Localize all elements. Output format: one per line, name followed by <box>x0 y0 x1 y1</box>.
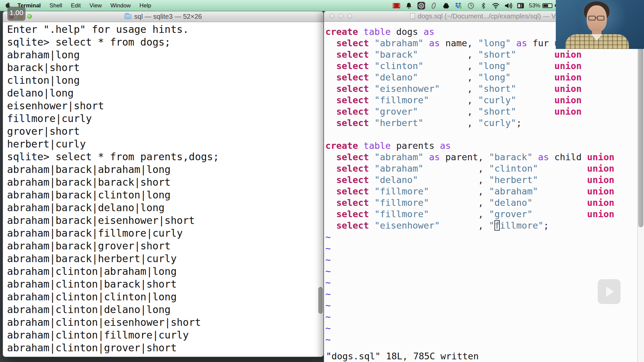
vim-code-line: select "clinton" , "long" union <box>325 60 644 72</box>
terminal-line: abraham|barack|herbert|curly <box>7 252 323 265</box>
menu-item-view[interactable]: View <box>85 0 106 11</box>
vim-tilde-line: ~ <box>325 243 644 254</box>
zoom-button[interactable] <box>347 14 352 18</box>
menu-item-window[interactable]: Window <box>106 0 135 11</box>
terminal-line: abraham|clinton|delano|long <box>7 303 323 316</box>
wifi-icon[interactable] <box>492 2 500 10</box>
vim-status-line: "dogs.sql" 18L, 785C written <box>324 351 479 362</box>
terminal-line: abraham|clinton|eisenhower|short <box>7 316 323 329</box>
folder-icon <box>124 14 131 19</box>
vim-code-line: select "delano" , "herbert" union <box>325 174 644 186</box>
bluetooth-icon[interactable] <box>479 2 487 10</box>
vim-tilde-line: ~ <box>325 322 644 334</box>
play-icon <box>606 287 614 297</box>
display-icon[interactable] <box>517 2 525 10</box>
terminal-line: abraham|barack|abraham|long <box>7 163 323 176</box>
playback-speed-badge: 1.00 <box>7 7 25 21</box>
terminal-output[interactable]: Enter ".help" for usage hints.sqlite> se… <box>3 22 323 354</box>
terminal-line: abraham|clinton|barack|short <box>7 278 323 291</box>
battery-indicator[interactable]: 53% <box>529 2 556 9</box>
terminal-line: abraham|clinton|abraham|long <box>7 265 323 278</box>
bell-icon[interactable] <box>405 2 413 10</box>
terminal-line: sqlite> select * from dogs; <box>7 36 323 49</box>
vim-scrollbar-thumb[interactable] <box>638 31 643 227</box>
vim-tilde-line: ~ <box>325 265 644 277</box>
menu-item-help[interactable]: Help <box>135 0 156 11</box>
terminal-line: barack|short <box>7 61 323 74</box>
zoom-button[interactable] <box>27 14 32 19</box>
vim-scrollbar[interactable] <box>637 22 644 362</box>
menu-bar: Terminal Shell Edit View Window Help <box>0 0 644 11</box>
vim-code-line: select "delano" , "long" union <box>325 72 644 83</box>
play-button[interactable] <box>598 279 621 304</box>
terminal-line: delano|long <box>7 87 323 100</box>
vim-code-line: select "grover" , "short" union <box>325 106 644 117</box>
vim-tilde-line: ~ <box>325 231 644 243</box>
vim-code-line: select "abraham" , "clinton" union <box>325 163 644 174</box>
vim-buffer[interactable]: create table dogs as select "abraham" as… <box>324 22 644 345</box>
vim-code-line: select "fillmore" , "abraham" union <box>325 186 644 197</box>
vim-code-line: select "barack" , "short" union <box>325 49 644 60</box>
recorder-icon[interactable] <box>417 2 425 10</box>
vim-code-line: select "fillmore" , "delano" union <box>325 197 644 208</box>
terminal-line: Enter ".help" for usage hints. <box>7 23 323 36</box>
terminal-line: herbert|curly <box>7 138 323 150</box>
vim-code-line: select "abraham" as parent, "barack" as … <box>325 152 644 163</box>
terminal-line: clinton|long <box>7 74 323 87</box>
terminal-line: fillmore|curly <box>7 112 323 125</box>
minimize-button[interactable] <box>338 14 343 18</box>
vim-code-line: select "fillmore" , "grover" union <box>325 208 644 220</box>
vim-tilde-line: ~ <box>325 277 644 288</box>
vim-tilde-line: ~ <box>325 254 644 265</box>
terminal-line: abraham|barack|delano|long <box>7 201 323 214</box>
vim-code-line: select "eisenhower" , "short" union <box>325 83 644 95</box>
drive-icon[interactable] <box>442 2 450 10</box>
vim-window[interactable]: dogs.sql (~/Document.../cp/examples/sql)… <box>324 11 644 362</box>
menu-status-icons: 53% <box>392 0 556 11</box>
terminal-line: abraham|barack|barack|short <box>7 176 323 189</box>
terminal-line: abraham|clinton|fillmore|curly <box>7 329 323 342</box>
paperclip-icon[interactable] <box>430 2 438 10</box>
presenter-glasses <box>588 16 606 21</box>
time-machine-icon[interactable] <box>467 2 475 10</box>
terminal-titlebar[interactable]: sql — sqlite3 — 52×26 <box>3 11 323 22</box>
vim-tilde-line: ~ <box>325 300 644 311</box>
terminal-line: abraham|clinton|clinton|long <box>7 291 323 303</box>
terminal-scrollbar-thumb[interactable] <box>318 287 323 314</box>
terminal-window[interactable]: sql — sqlite3 — 52×26 Enter ".help" for … <box>3 11 324 357</box>
close-button[interactable] <box>329 14 334 18</box>
terminal-line: grover|short <box>7 125 323 138</box>
menu-item-edit[interactable]: Edit <box>66 0 85 11</box>
terminal-title: sql — sqlite3 — 52×26 <box>134 13 202 20</box>
webcam-video <box>556 0 644 49</box>
terminal-line: abraham|long <box>7 49 323 61</box>
volume-icon[interactable] <box>504 2 512 10</box>
terminal-line: abraham|barack|eisenhower|short <box>7 214 323 227</box>
terminal-line: abraham|barack|clinton|long <box>7 189 323 201</box>
film-icon[interactable] <box>392 2 400 10</box>
menu-item-shell[interactable]: Shell <box>45 0 67 11</box>
vim-tilde-line: ~ <box>325 334 644 345</box>
vim-code-line: select "fillmore" , "curly" union <box>325 95 644 106</box>
vim-code-line: create table parents as <box>325 140 644 152</box>
vim-tilde-line: ~ <box>325 288 644 300</box>
terminal-line: abraham|barack|fillmore|curly <box>7 227 323 240</box>
terminal-line: sqlite> select * from parents,dogs; <box>7 150 323 163</box>
battery-percent: 53% <box>529 2 540 9</box>
document-icon <box>410 13 415 19</box>
vim-code-line <box>325 129 644 140</box>
vim-tilde-line: ~ <box>325 311 644 322</box>
terminal-line: eisenhower|short <box>7 100 323 112</box>
vim-code-line: select "eisenhower" , "fillmore"; <box>325 220 644 231</box>
vim-code-line: select "herbert" , "curly"; <box>325 117 644 129</box>
dropbox-icon[interactable] <box>454 2 463 10</box>
terminal-line: abraham|clinton|grover|short <box>7 342 323 354</box>
battery-icon <box>542 3 552 8</box>
terminal-line: abraham|barack|grover|short <box>7 240 323 252</box>
vim-title: dogs.sql (~/Document.../cp/examples/sql)… <box>418 12 557 20</box>
